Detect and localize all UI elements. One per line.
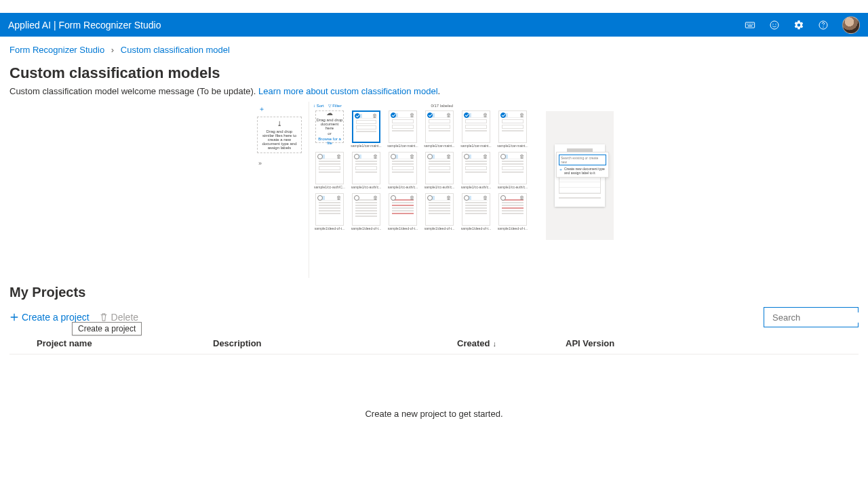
- plus-icon: [9, 312, 19, 322]
- delete-icon[interactable]: 🗑: [483, 195, 488, 201]
- svg-rect-0: [745, 22, 754, 28]
- add-type-icon[interactable]: ＋: [254, 102, 305, 115]
- delete-icon[interactable]: 🗑: [519, 195, 525, 201]
- thumbnail[interactable]: 🗑sample1/deed-of-t...: [313, 193, 346, 230]
- checkbox-icon[interactable]: [355, 113, 360, 119]
- sort-desc-icon: ↓: [492, 340, 496, 348]
- thumbnail[interactable]: 🗑sample1/deed-of-t...: [387, 193, 419, 230]
- thumbnail[interactable]: 🗑sample1/car-maint...: [423, 110, 456, 148]
- help-icon[interactable]: [818, 20, 829, 30]
- checkbox-icon[interactable]: [317, 195, 323, 201]
- browse-link[interactable]: Browse for a file: [316, 137, 343, 145]
- delete-icon[interactable]: 🗑: [483, 113, 488, 118]
- preview-sidebar: ＋ ⤓ Drag and drop similar files here to …: [254, 102, 305, 278]
- delete-icon[interactable]: 🗑: [336, 154, 342, 159]
- delete-icon[interactable]: 🗑: [483, 154, 488, 159]
- breadcrumb-current[interactable]: Custom classification model: [121, 45, 230, 55]
- preview-main: ↕ Sort ▽ Filter 0/17 labeled ☁ Drag and …: [309, 102, 542, 278]
- thumbnail[interactable]: 🗑sample1/deed-of-t...: [496, 193, 529, 230]
- thumbnail[interactable]: 🗑sample1/car-maint...: [387, 110, 419, 148]
- delete-icon[interactable]: 🗑: [410, 195, 415, 201]
- svg-rect-2: [747, 24, 747, 24]
- settings-icon[interactable]: [793, 20, 804, 30]
- popover-create-item[interactable]: ＋Create new document type and assign lab…: [559, 167, 606, 175]
- svg-rect-5: [752, 24, 753, 24]
- delete-icon[interactable]: 🗑: [410, 113, 415, 118]
- delete-icon[interactable]: 🗑: [372, 113, 378, 119]
- thumbnail[interactable]: 🗑sample1/cc-auth/c...: [387, 152, 419, 189]
- svg-point-7: [772, 24, 773, 24]
- feedback-icon[interactable]: [769, 20, 780, 30]
- checkbox-icon[interactable]: [354, 154, 359, 159]
- upload-tile[interactable]: ☁ Drag and drop document here or Browse …: [313, 110, 346, 148]
- expand-icon[interactable]: »: [254, 153, 305, 167]
- preview-toolbar: ↕ Sort ▽ Filter 0/17 labeled: [309, 102, 542, 109]
- thumbnail[interactable]: 🗑sample1/cc-auth/C...: [313, 152, 346, 189]
- checkbox-icon[interactable]: [427, 113, 433, 118]
- label-popover: Search existing or create new ＋Create ne…: [556, 152, 609, 178]
- page-title: Custom classification models: [9, 64, 859, 82]
- delete-icon[interactable]: 🗑: [519, 154, 525, 159]
- thumbnail[interactable]: 🗑sample1/car-maint...: [496, 110, 529, 148]
- app-header: Applied AI | Form Recognizer Studio: [0, 13, 868, 37]
- thumbnail[interactable]: 🗑sample1/cc-auth/c...: [423, 152, 456, 189]
- delete-icon[interactable]: 🗑: [446, 113, 452, 118]
- breadcrumb: Form Recognizer Studio › Custom classifi…: [9, 45, 859, 55]
- checkbox-icon[interactable]: [464, 195, 469, 201]
- checkbox-icon[interactable]: [427, 195, 433, 201]
- checkbox-icon[interactable]: [464, 113, 469, 118]
- thumbnail[interactable]: 🗑sample1/deed-of-t...: [423, 193, 456, 230]
- thumbnail[interactable]: 🗑sample1/car-maint...: [460, 110, 492, 148]
- user-avatar[interactable]: [842, 16, 860, 34]
- filter-button[interactable]: ▽ Filter: [328, 103, 342, 108]
- checkbox-icon[interactable]: [391, 154, 396, 159]
- delete-icon[interactable]: 🗑: [519, 113, 525, 118]
- svg-point-10: [823, 26, 823, 27]
- col-description[interactable]: Description: [213, 338, 457, 348]
- search-box[interactable]: [764, 307, 859, 327]
- delete-icon[interactable]: 🗑: [410, 154, 415, 159]
- checkbox-icon[interactable]: [500, 195, 506, 201]
- trash-icon: [99, 312, 108, 322]
- checkbox-icon[interactable]: [391, 113, 396, 118]
- col-project-name[interactable]: Project name: [37, 338, 213, 348]
- thumbnail[interactable]: 🗑sample1/deed-of-t...: [350, 193, 382, 230]
- checkbox-icon[interactable]: [500, 154, 506, 159]
- delete-icon[interactable]: 🗑: [446, 154, 452, 159]
- sort-button[interactable]: ↕ Sort: [313, 104, 324, 108]
- col-created[interactable]: Created↓: [457, 338, 566, 348]
- checkbox-icon[interactable]: [391, 195, 396, 201]
- thumbnail[interactable]: 🗑sample1/deed-of-t...: [460, 193, 492, 230]
- create-project-button[interactable]: Create a project: [9, 312, 90, 323]
- popover-search-input[interactable]: Search existing or create new: [559, 155, 606, 165]
- sidebar-drop-text: Drag and drop similar files here to crea…: [260, 129, 298, 150]
- delete-icon[interactable]: 🗑: [373, 154, 378, 159]
- projects-toolbar: Create a project Delete Create a project: [9, 307, 859, 327]
- svg-point-6: [770, 21, 778, 29]
- learn-more-link[interactable]: Learn more about custom classification m…: [258, 86, 437, 96]
- cloud-upload-icon: ☁: [326, 109, 333, 117]
- breadcrumb-root[interactable]: Form Recognizer Studio: [9, 45, 104, 55]
- delete-icon[interactable]: 🗑: [446, 195, 452, 201]
- delete-project-button[interactable]: Delete: [99, 312, 138, 323]
- projects-heading: My Projects: [9, 285, 859, 300]
- svg-rect-3: [749, 24, 749, 24]
- thumbnail[interactable]: 🗑sample1/cc-auth/c...: [350, 152, 382, 189]
- checkbox-icon[interactable]: [427, 154, 433, 159]
- download-icon: ⤓: [277, 120, 282, 127]
- checkbox-icon[interactable]: [464, 154, 469, 159]
- checkbox-icon[interactable]: [354, 195, 359, 201]
- empty-state-message: Create a new project to get started.: [9, 409, 859, 419]
- checkbox-icon[interactable]: [317, 154, 323, 159]
- col-api-version[interactable]: API Version: [566, 338, 859, 348]
- thumbnail[interactable]: 🗑sample1/cc-auth/c...: [496, 152, 529, 189]
- checkbox-icon[interactable]: [500, 113, 506, 118]
- delete-icon[interactable]: 🗑: [373, 195, 378, 201]
- keyboard-icon[interactable]: [745, 20, 755, 30]
- thumbnail[interactable]: 🗑sample1/cc-auth/c...: [460, 152, 492, 189]
- sidebar-dropzone[interactable]: ⤓ Drag and drop similar files here to cr…: [257, 117, 302, 153]
- svg-point-8: [775, 24, 776, 24]
- delete-icon[interactable]: 🗑: [336, 195, 342, 201]
- thumbnail[interactable]: 🗑sample1/car-maint...: [350, 110, 382, 148]
- search-input[interactable]: [772, 312, 868, 323]
